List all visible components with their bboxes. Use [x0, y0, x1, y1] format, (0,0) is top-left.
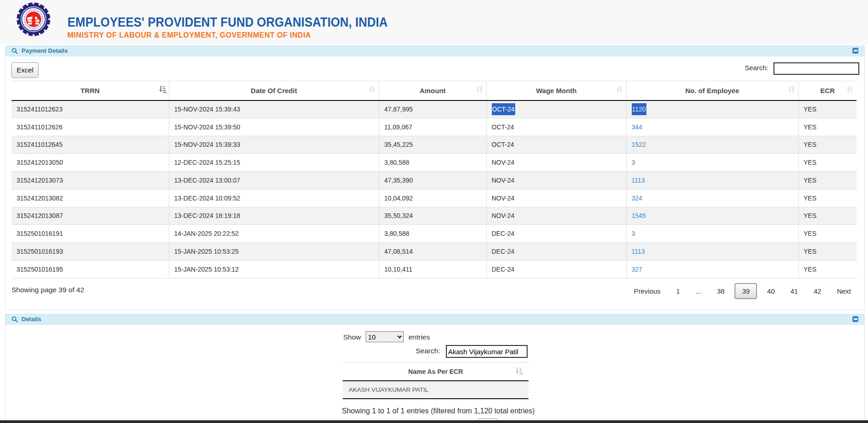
svg-text:भारत: भारत — [31, 29, 36, 32]
